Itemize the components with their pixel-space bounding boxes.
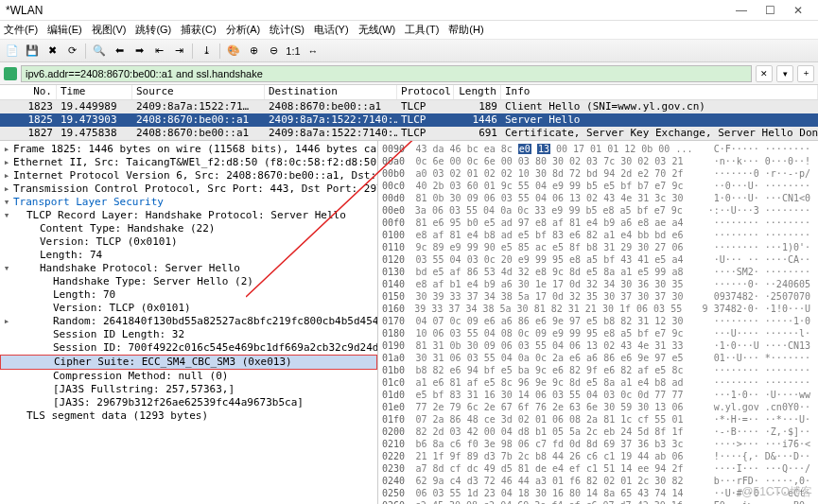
hex-row[interactable]: 00d081 0b 30 09 06 03 55 04 06 13 02 43 … (382, 192, 814, 204)
hex-row[interactable]: 00e03a 06 03 55 04 0a 0c 33 e9 99 b5 e8 … (382, 204, 814, 217)
hex-row[interactable]: 0130bd e5 af 86 53 4d 32 e8 9c 8d e5 8a … (382, 266, 814, 278)
hex-row[interactable]: 012003 55 04 03 0c 20 e9 99 95 e8 a5 bf … (382, 253, 814, 266)
tree-node[interactable]: Cipher Suite: ECC_SM4_CBC_SM3 (0xe013) (0, 355, 377, 370)
hex-row[interactable]: 00c040 2b 03 60 01 9c 55 04 e9 99 b5 e5 … (382, 180, 814, 192)
hex-row[interactable]: 01b0b8 82 e6 94 bf e5 ba 9c e6 82 9f e6 … (382, 364, 814, 376)
packet-row[interactable]: 182719.4758382408:8670:be00::a12409:8a7a… (0, 127, 818, 140)
hex-row[interactable]: 0100e8 af 81 e4 b8 ad e5 bf 83 e6 82 a1 … (382, 229, 814, 241)
tree-node[interactable]: ▾Handshake Protocol: Server Hello (0, 262, 377, 275)
zoom-reset-icon[interactable]: 1:1 (285, 43, 302, 60)
zoom-in-icon[interactable]: ⊕ (245, 43, 262, 60)
hex-row[interactable]: 01d0e5 bf 83 31 16 30 14 06 03 55 04 03 … (382, 389, 814, 401)
tree-node[interactable]: ▸Transmission Control Protocol, Src Port… (0, 182, 377, 196)
col-no[interactable]: No. (0, 85, 57, 99)
packet-row[interactable]: 182319.4499892409:8a7a:1522:71…2408:8670… (0, 100, 818, 113)
col-dst[interactable]: Destination (265, 85, 397, 99)
hex-row[interactable]: 015030 39 33 37 34 38 5a 17 0d 32 35 30 … (382, 290, 814, 303)
maximize-button[interactable]: ☐ (756, 4, 784, 17)
go-first-icon[interactable]: ⇤ (150, 43, 167, 60)
tree-node[interactable]: Compression Method: null (0) (0, 370, 377, 383)
hex-row[interactable]: 0230a7 8d cf dc 49 d5 81 de e4 ef c1 51 … (382, 462, 814, 475)
zoom-out-icon[interactable]: ⊖ (265, 43, 282, 60)
colorize-icon[interactable]: 🎨 (225, 43, 242, 60)
go-back-icon[interactable]: ⬅ (111, 43, 128, 60)
tree-node[interactable]: Session ID: 700f4922c016c545e469bc1df669… (0, 341, 377, 355)
menu-analyze[interactable]: 分析(A) (226, 23, 261, 37)
go-last-icon[interactable]: ⇥ (170, 43, 187, 60)
hex-row[interactable]: 01109c 89 e9 99 90 e5 85 ac e5 8f b8 31 … (382, 241, 814, 253)
open-file-icon[interactable]: 📄 (4, 43, 21, 60)
tree-twisty-icon[interactable]: ▸ (2, 182, 11, 196)
packet-row[interactable]: 182519.4739032408:8670:be00::a12409:8a7a… (0, 113, 818, 127)
menu-edit[interactable]: 编辑(E) (47, 23, 82, 37)
col-proto[interactable]: Protocol (397, 85, 454, 99)
menu-wireless[interactable]: 无线(W) (358, 23, 396, 37)
tree-twisty-icon[interactable]: ▾ (2, 209, 11, 222)
tree-node[interactable]: [JA3S Fullstring: 257,57363,] (0, 383, 377, 396)
menu-capture[interactable]: 捕获(C) (181, 23, 216, 37)
tree-node[interactable]: TLS segment data (1293 bytes) (0, 409, 377, 423)
tree-node[interactable]: [JA3S: 29679b312f26ae62539fc44a9673b5ca] (0, 396, 377, 409)
tree-twisty-icon[interactable]: ▸ (2, 143, 11, 156)
hex-row[interactable]: 009043 da 46 bc ea 8c e0 13 00 17 01 01 … (382, 143, 814, 155)
close-file-icon[interactable]: ✖ (44, 43, 61, 60)
hex-row[interactable]: 01c0a1 e6 81 af e5 8c 96 9e 9c 8d e5 8a … (382, 376, 814, 389)
go-forward-icon[interactable]: ➡ (131, 43, 148, 60)
hex-row[interactable]: 020082 2d 03 42 00 04 d8 b1 05 5a 2c eb … (382, 426, 814, 438)
tree-node[interactable]: ▸Internet Protocol Version 6, Src: 2408:… (0, 169, 377, 182)
hex-row[interactable]: 00a00c 6e 00 0c 6e 00 03 80 30 02 03 7c … (382, 155, 814, 167)
tree-node[interactable]: ▸Frame 1825: 1446 bytes on wire (11568 b… (0, 143, 377, 156)
tree-node[interactable]: ▸Random: 2641840f130bd55a82527ac8bfc219f… (0, 315, 377, 328)
hex-row[interactable]: 0140e8 af b1 e4 b9 a6 30 1e 17 0d 32 34 … (382, 278, 814, 290)
find-icon[interactable]: 🔍 (91, 43, 108, 60)
tree-node[interactable]: Version: TLCP (0x0101) (0, 302, 377, 315)
save-icon[interactable]: 💾 (24, 43, 41, 60)
tree-node[interactable]: Length: 70 (0, 288, 377, 302)
hex-row[interactable]: 016039 33 37 34 38 5a 30 81 82 31 21 30 … (382, 303, 814, 315)
tree-node[interactable]: Content Type: Handshake (22) (0, 222, 377, 235)
tree-node[interactable]: Session ID Length: 32 (0, 328, 377, 341)
col-time[interactable]: Time (57, 85, 132, 99)
tree-node[interactable]: Length: 74 (0, 249, 377, 262)
tree-twisty-icon[interactable]: ▸ (2, 156, 11, 169)
display-filter-input[interactable] (21, 65, 752, 82)
menu-telephony[interactable]: 电话(Y) (314, 23, 349, 37)
reload-icon[interactable]: ⟳ (63, 43, 80, 60)
hex-row[interactable]: 01a030 31 06 03 55 04 0a 0c 2a e6 a6 86 … (382, 352, 814, 364)
tree-node[interactable]: ▾Transport Layer Security (0, 196, 377, 209)
packet-bytes-hex[interactable]: 009043 da 46 bc ea 8c e0 13 00 17 01 01 … (378, 141, 818, 504)
hex-row[interactable]: 00b0a0 03 02 01 02 02 10 30 8d 72 bd 94 … (382, 167, 814, 180)
filter-expression-button[interactable]: ▾ (776, 65, 793, 82)
menu-help[interactable]: 帮助(H) (448, 23, 483, 37)
hex-row[interactable]: 018010 06 03 55 04 08 0c 09 e9 99 95 e8 … (382, 327, 814, 339)
auto-scroll-icon[interactable]: ⤓ (198, 43, 215, 60)
packet-list[interactable]: No. Time Source Destination Protocol Len… (0, 85, 818, 141)
tree-twisty-icon[interactable]: ▾ (2, 262, 11, 275)
close-button[interactable]: ✕ (784, 4, 812, 17)
filter-bookmark-icon[interactable] (4, 67, 17, 80)
resize-columns-icon[interactable]: ↔ (305, 43, 322, 60)
tree-twisty-icon[interactable]: ▸ (2, 315, 11, 328)
tree-node[interactable]: Handshake Type: Server Hello (2) (0, 275, 377, 288)
col-len[interactable]: Length (454, 85, 501, 99)
hex-row[interactable]: 019081 31 0b 30 09 06 03 55 04 06 13 02 … (382, 339, 814, 352)
hex-row[interactable]: 022021 1f 9f 89 d3 7b 2c b8 44 26 c6 c1 … (382, 450, 814, 462)
hex-row[interactable]: 00f081 e6 95 b0 e5 ad 97 e8 af 81 e4 b9 … (382, 217, 814, 229)
tree-twisty-icon[interactable]: ▾ (2, 196, 11, 209)
minimize-button[interactable]: — (727, 4, 756, 17)
hex-row[interactable]: 01f007 2a 86 48 ce 3d 02 01 06 08 2a 81 … (382, 413, 814, 426)
menu-view[interactable]: 视图(V) (92, 23, 127, 37)
menu-stats[interactable]: 统计(S) (270, 23, 305, 37)
menu-file[interactable]: 文件(F) (4, 23, 38, 37)
col-info[interactable]: Info (501, 85, 818, 99)
packet-details-tree[interactable]: ▸Frame 1825: 1446 bytes on wire (11568 b… (0, 141, 378, 504)
tree-twisty-icon[interactable]: ▸ (2, 169, 11, 182)
filter-add-button[interactable]: ＋ (797, 65, 814, 82)
menu-tools[interactable]: 工具(T) (405, 23, 439, 37)
tree-node[interactable]: ▾TLCP Record Layer: Handshake Protocol: … (0, 209, 377, 222)
hex-row[interactable]: 017004 07 0c 09 e6 a6 86 e6 9e 97 e5 b8 … (382, 315, 814, 327)
hex-row[interactable]: 0210b6 8a c6 f0 3e 98 06 c7 fd 0d 8d 69 … (382, 438, 814, 450)
tree-node[interactable]: ▸Ethernet II, Src: TaicangT&WEl_f2:d8:50… (0, 156, 377, 169)
hex-row[interactable]: 01e077 2e 79 6c 2e 67 6f 76 2e 63 6e 30 … (382, 401, 814, 413)
col-src[interactable]: Source (132, 85, 265, 99)
